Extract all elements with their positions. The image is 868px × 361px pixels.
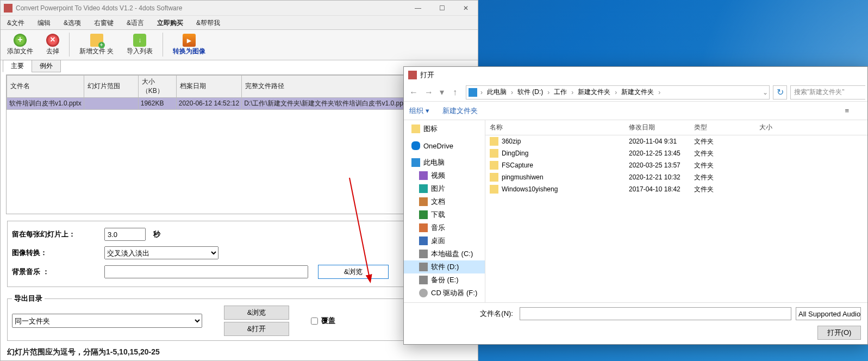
search-input[interactable]: 搜索"新建文件夹" xyxy=(790,85,865,99)
menu-language[interactable]: &语言 xyxy=(120,16,151,29)
file-row[interactable]: DingDing2020-12-25 13:45文件夹 xyxy=(485,147,867,159)
dialog-navbar: ← → ▾ ↑ › 此电脑› 软件 (D:)› 工作› 新建文件夹› 新建文件夹… xyxy=(404,83,867,102)
browse-bgm-button[interactable]: &浏览 xyxy=(318,265,389,279)
crumb-folder2[interactable]: 新建文件夹 xyxy=(618,86,657,99)
cd-drive-icon xyxy=(419,289,428,297)
nav-item-desktop[interactable]: 桌面 xyxy=(404,234,485,247)
overwrite-checkbox-input[interactable] xyxy=(311,318,318,325)
crumb-folder1[interactable]: 新建文件夹 xyxy=(574,86,614,99)
menu-file[interactable]: &文件 xyxy=(1,16,31,29)
file-row[interactable]: pingmushiwen2020-12-21 10:32文件夹 xyxy=(485,171,867,183)
col-size[interactable]: 大小 xyxy=(755,123,798,132)
settings-panel: 留在每张幻灯片上： 秒 图像转换： 交叉淡入淡出 背景音乐 ： &浏览 xyxy=(7,221,471,287)
menu-edit[interactable]: 编辑 xyxy=(31,16,57,29)
col-filename[interactable]: 文件名 xyxy=(7,75,84,97)
menu-options[interactable]: &选项 xyxy=(57,16,88,29)
stay-seconds-input[interactable] xyxy=(104,228,146,241)
minimize-button[interactable]: — xyxy=(406,1,430,16)
documents-icon xyxy=(419,197,428,206)
menu-buy[interactable]: 立即购买 xyxy=(151,16,190,29)
window-title: Convert Powerpoint To Video 4dots V1.2 -… xyxy=(16,4,406,12)
col-type[interactable]: 类型 xyxy=(690,123,755,132)
view-options-button[interactable]: ≡ xyxy=(845,107,849,115)
folder-icon xyxy=(490,137,498,146)
nav-up-button[interactable]: ↑ xyxy=(447,85,463,99)
col-date[interactable]: 档案日期 xyxy=(176,75,241,97)
nav-item-documents[interactable]: 文档 xyxy=(404,195,485,208)
file-list-header: 名称 修改日期 类型 大小 xyxy=(485,120,867,135)
transition-select[interactable]: 交叉淡入淡出 xyxy=(104,246,218,259)
folder-icon xyxy=(490,149,498,158)
toolbar-separator xyxy=(69,33,70,57)
cell-filename: 软件培训白皮书v1.0.pptx xyxy=(7,97,84,109)
grid-header-row: 文件名 幻灯片范围 大小（KB） 档案日期 完整文件路径 xyxy=(7,75,472,97)
export-dir-select[interactable]: 同一文件夹 xyxy=(12,314,202,328)
toolbar-convert-to-image[interactable]: 转换为图像 xyxy=(166,32,212,58)
file-row[interactable]: 360zip2020-11-04 9:31文件夹 xyxy=(485,135,867,147)
cell-range xyxy=(84,97,138,109)
nav-item-pictures[interactable]: 图片 xyxy=(404,182,485,195)
downloads-icon xyxy=(419,210,428,219)
maximize-button[interactable]: ☐ xyxy=(430,1,454,16)
col-date[interactable]: 修改日期 xyxy=(625,123,690,132)
breadcrumb[interactable]: › 此电脑› 软件 (D:)› 工作› 新建文件夹› 新建文件夹› ⌄ xyxy=(466,85,770,99)
plus-icon xyxy=(14,34,27,47)
nav-back-button[interactable]: ← xyxy=(406,85,421,99)
nav-item-music[interactable]: 音乐 xyxy=(404,221,485,234)
nav-item-drive-c[interactable]: 本地磁盘 (C:) xyxy=(404,247,485,260)
file-list: 名称 修改日期 类型 大小 360zip2020-11-04 9:31文件夹Di… xyxy=(485,120,867,302)
file-filter-select[interactable]: All Supported Audio xyxy=(796,307,861,320)
refresh-button[interactable]: ↻ xyxy=(773,85,787,99)
col-range[interactable]: 幻灯片范围 xyxy=(84,75,138,97)
toolbar-import-list[interactable]: 导入列表 xyxy=(120,32,159,58)
menu-help[interactable]: &帮帮我 xyxy=(190,16,227,29)
close-button[interactable]: ✕ xyxy=(454,1,478,16)
col-name[interactable]: 名称 xyxy=(485,123,625,132)
nav-item-onedrive[interactable]: OneDrive xyxy=(404,140,485,152)
nav-item-drive-d[interactable]: 软件 (D:) xyxy=(404,260,485,273)
nav-forward-button[interactable]: → xyxy=(421,85,436,99)
titlebar: Convert Powerpoint To Video 4dots V1.2 -… xyxy=(1,1,478,16)
folder-icon xyxy=(490,161,498,170)
menu-rightkey[interactable]: 右窗键 xyxy=(88,16,120,29)
nav-tree: 图标 OneDrive 此电脑 视频 图片 文档 下载 音乐 桌面 本地磁盘 (… xyxy=(404,120,485,302)
overwrite-checkbox[interactable]: 覆盖 xyxy=(311,316,335,326)
export-open-button[interactable]: &打开 xyxy=(224,322,289,336)
tab-except[interactable]: 例外 xyxy=(32,60,61,72)
bgm-path-input[interactable] xyxy=(104,265,308,278)
onedrive-icon xyxy=(411,141,420,150)
nav-item-drive-e[interactable]: 备份 (E:) xyxy=(404,273,485,287)
file-row[interactable]: Windows10yisheng2017-04-10 18:42文件夹 xyxy=(485,183,867,195)
file-row[interactable]: FSCapture2020-03-25 13:57文件夹 xyxy=(485,159,867,171)
organize-button[interactable]: 组织 ▾ xyxy=(409,106,429,116)
nav-item-drive-f[interactable]: CD 驱动器 (F:) xyxy=(404,287,485,300)
dialog-app-icon xyxy=(408,71,417,79)
crumb-work[interactable]: 工作 xyxy=(551,86,570,99)
path-dropdown-icon[interactable]: ⌄ xyxy=(761,89,769,96)
nav-recent-button[interactable]: ▾ xyxy=(436,85,447,99)
stay-label: 留在每张幻灯片上： xyxy=(12,229,104,239)
tab-main[interactable]: 主要 xyxy=(3,60,32,72)
toolbar-remove[interactable]: 去掉 xyxy=(40,32,66,58)
nav-item-thispc[interactable]: 此电脑 xyxy=(404,156,485,169)
nav-item-video[interactable]: 视频 xyxy=(404,169,485,182)
toolbar-new-folder[interactable]: 新增文件 夹 xyxy=(73,32,120,58)
dialog-titlebar: 打开 xyxy=(404,67,867,83)
cell-size: 1962KB xyxy=(138,97,176,109)
chevron-right-icon: › xyxy=(479,89,484,96)
open-button[interactable]: 打开(O) xyxy=(817,326,861,340)
filename-input[interactable] xyxy=(520,307,791,320)
pictures-icon xyxy=(419,184,428,193)
col-size[interactable]: 大小（KB） xyxy=(138,75,176,97)
toolbar-add-file[interactable]: 添加文件 xyxy=(1,32,40,58)
crumb-thispc[interactable]: 此电脑 xyxy=(484,86,510,99)
dialog-toolbar: 组织 ▾ 新建文件夹 ≡ xyxy=(404,102,867,120)
export-browse-button[interactable]: &浏览 xyxy=(224,306,289,320)
grid-row[interactable]: 软件培训白皮书v1.0.pptx 1962KB 2020-06-12 14:52… xyxy=(7,97,472,109)
new-folder-button[interactable]: 新建文件夹 xyxy=(442,106,478,116)
bgm-label: 背景音乐 ： xyxy=(12,267,104,277)
drive-icon xyxy=(419,263,428,271)
nav-item-icons[interactable]: 图标 xyxy=(404,122,485,135)
nav-item-downloads[interactable]: 下载 xyxy=(404,208,485,221)
crumb-drive-d[interactable]: 软件 (D:) xyxy=(514,86,546,99)
